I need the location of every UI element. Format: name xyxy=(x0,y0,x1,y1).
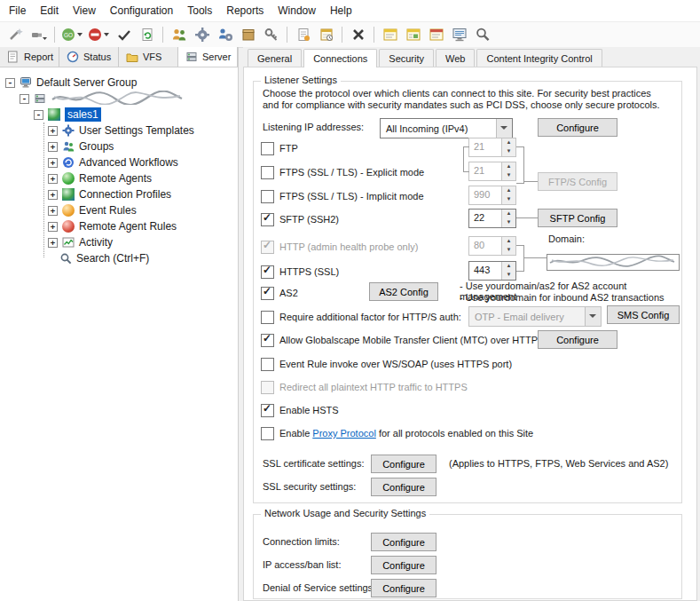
connect-wizard-icon[interactable] xyxy=(28,24,50,46)
listening-ip-dropdown[interactable]: All Incoming (IPv4) xyxy=(380,118,513,138)
otp-checkbox[interactable] xyxy=(261,311,274,324)
site-wizard-icon[interactable] xyxy=(4,24,27,46)
expand-icon[interactable]: + xyxy=(48,238,58,248)
stop-dropdown-icon[interactable] xyxy=(86,24,112,46)
ftp-checkbox[interactable] xyxy=(261,142,274,155)
backup-archive-icon[interactable] xyxy=(237,24,259,46)
proxy-protocol-link[interactable]: Proxy Protocol xyxy=(312,428,376,439)
hsts-checkbox[interactable] xyxy=(261,404,274,417)
tab-web[interactable]: Web xyxy=(436,49,475,67)
refresh-config-icon[interactable] xyxy=(136,24,158,46)
ssl-certificate-configure-button[interactable]: Configure xyxy=(371,455,437,473)
menu-edit[interactable]: Edit xyxy=(33,0,66,21)
spinner-arrows-icon[interactable]: ▲▼ xyxy=(501,162,515,180)
users-icon[interactable] xyxy=(168,24,190,46)
sftp-port-spinner[interactable]: 22 ▲▼ xyxy=(468,209,516,228)
proxy-protocol-checkbox[interactable] xyxy=(261,427,274,440)
as2-config-button[interactable]: AS2 Config xyxy=(369,282,438,301)
apply-check-icon[interactable] xyxy=(113,24,135,46)
tab-vfs[interactable]: VFS xyxy=(119,47,178,67)
tab-report[interactable]: Report xyxy=(0,47,59,67)
delete-icon[interactable] xyxy=(347,24,369,46)
schedule-report-icon[interactable] xyxy=(315,24,337,46)
report-window-icon-3[interactable] xyxy=(425,24,447,46)
sms-config-button[interactable]: SMS Config xyxy=(607,305,680,324)
ftp-port-spinner[interactable]: 21 ▲▼ xyxy=(468,138,516,157)
expand-icon[interactable]: + xyxy=(48,190,58,200)
expand-icon[interactable]: + xyxy=(48,206,58,216)
expand-icon[interactable]: + xyxy=(48,142,58,152)
spinner-arrows-icon[interactable]: ▲▼ xyxy=(501,186,515,204)
sftp-checkbox[interactable] xyxy=(261,213,274,226)
as2-checkbox[interactable] xyxy=(261,287,274,300)
menu-tools[interactable]: Tools xyxy=(180,0,219,21)
listening-ip-configure-button[interactable]: Configure xyxy=(538,118,617,137)
report-window-icon-2[interactable] xyxy=(402,24,424,46)
ftps-config-button[interactable]: FTP/S Config xyxy=(538,172,617,191)
ip-access-ban-configure-button[interactable]: Configure xyxy=(371,556,437,574)
dos-settings-configure-button[interactable]: Configure xyxy=(371,579,437,597)
report-window-icon-1[interactable] xyxy=(379,24,401,46)
tab-server[interactable]: Server xyxy=(178,47,238,67)
tree-guide-line xyxy=(43,123,44,257)
mtc-configure-button[interactable]: Configure xyxy=(538,330,617,349)
tree-item-advanced-workflows[interactable]: + Advanced Workflows xyxy=(0,154,238,170)
user-gear-icon[interactable] xyxy=(214,24,236,46)
monitor-report-icon[interactable] xyxy=(448,24,470,46)
expand-icon[interactable]: + xyxy=(48,158,58,168)
expand-icon[interactable]: + xyxy=(48,174,58,184)
new-report-icon[interactable] xyxy=(292,24,314,46)
ftps-implicit-port-spinner[interactable]: 990 ▲▼ xyxy=(468,186,516,205)
tab-general[interactable]: General xyxy=(248,49,302,67)
ftps-implicit-checkbox[interactable] xyxy=(261,190,274,203)
tree-item-sales1[interactable]: - sales1 xyxy=(0,107,238,123)
tree-item-default-server-group[interactable]: - Default Server Group xyxy=(0,75,238,91)
tree-item-remote-agent-rules[interactable]: + Remote Agent Rules xyxy=(0,218,238,234)
menu-view[interactable]: View xyxy=(66,0,103,21)
ftps-explicit-checkbox[interactable] xyxy=(261,166,274,179)
tree-item-event-rules[interactable]: + Event Rules xyxy=(0,202,238,218)
connection-limits-configure-button[interactable]: Configure xyxy=(371,533,437,551)
tab-security[interactable]: Security xyxy=(379,49,434,67)
tree-item-user-settings-templates[interactable]: + User Settings Templates xyxy=(0,123,238,138)
tree-item-remote-agents[interactable]: + Remote Agents xyxy=(0,170,238,186)
dropdown-arrow-icon[interactable] xyxy=(496,119,512,138)
connection-limits-label: Connection limits: xyxy=(263,536,340,547)
activity-chart-icon xyxy=(62,236,75,249)
sftp-config-button[interactable]: SFTP Config xyxy=(538,209,617,227)
menu-reports[interactable]: Reports xyxy=(219,0,271,21)
expand-icon[interactable]: + xyxy=(48,126,58,136)
tab-connections[interactable]: Connections xyxy=(303,49,377,67)
tab-status[interactable]: Status xyxy=(59,47,119,67)
ssl-security-configure-button[interactable]: Configure xyxy=(371,478,437,496)
tree-item-search[interactable]: Search (Ctrl+F) xyxy=(0,250,238,266)
menu-configuration[interactable]: Configuration xyxy=(103,0,180,21)
toolbar: GO xyxy=(0,22,700,48)
expand-icon[interactable]: + xyxy=(48,222,58,232)
https-port-spinner[interactable]: 443 ▲▼ xyxy=(468,261,516,281)
https-checkbox[interactable] xyxy=(261,265,274,279)
site-globe-icon xyxy=(48,108,60,121)
go-dropdown-icon[interactable]: GO xyxy=(59,24,85,46)
menu-help[interactable]: Help xyxy=(323,0,359,21)
tree-item-connection-profiles[interactable]: + Connection Profiles xyxy=(0,186,238,202)
collapse-icon[interactable]: - xyxy=(5,78,15,88)
domain-field-redacted[interactable] xyxy=(547,254,680,271)
spinner-arrows-icon[interactable]: ▲▼ xyxy=(501,138,515,156)
security-key-icon[interactable] xyxy=(260,24,282,46)
tree-item-groups[interactable]: + Groups xyxy=(0,138,238,154)
menu-window[interactable]: Window xyxy=(271,0,323,21)
audit-search-icon[interactable] xyxy=(471,24,493,46)
menu-file[interactable]: File xyxy=(2,0,33,21)
spinner-arrows-icon[interactable]: ▲▼ xyxy=(501,262,515,280)
collapse-icon[interactable]: - xyxy=(34,110,43,120)
mtc-checkbox[interactable] xyxy=(261,334,274,347)
gear-icon[interactable] xyxy=(191,24,213,46)
spinner-arrows-icon[interactable]: ▲▼ xyxy=(501,210,515,227)
ftps-explicit-port-spinner[interactable]: 21 ▲▼ xyxy=(468,162,516,181)
collapse-icon[interactable]: - xyxy=(20,94,29,104)
tree-item-activity[interactable]: + Activity xyxy=(0,234,238,250)
tab-content-integrity-control[interactable]: Content Integrity Control xyxy=(476,49,602,67)
soap-checkbox[interactable] xyxy=(261,358,274,371)
tree-item-server[interactable]: - xyxy=(0,91,238,107)
